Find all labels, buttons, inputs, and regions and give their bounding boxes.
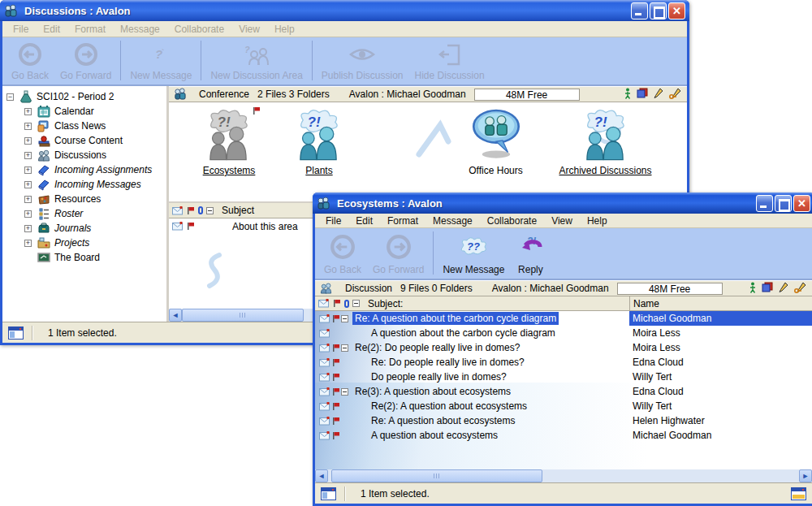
titlebar[interactable]: Ecosystems : Avalon [313, 192, 812, 214]
tree-item[interactable]: + [2, 236, 166, 250]
tree-expander-box[interactable]: + [24, 196, 32, 203]
tree-expander-box[interactable]: + [24, 210, 32, 218]
tree-item[interactable]: The Board [2, 250, 166, 265]
pencil-icon[interactable] [654, 88, 663, 102]
tree-expander-box[interactable]: + [24, 137, 32, 145]
menu-item[interactable]: View [544, 215, 580, 227]
tree-expander-box[interactable]: + [24, 225, 32, 232]
close-button[interactable] [668, 2, 685, 19]
message-row[interactable]: A question about ecosystems Michael Good… [315, 428, 812, 443]
name-column-header[interactable]: Name [629, 296, 812, 310]
maximize-button[interactable] [775, 195, 792, 212]
tree-item[interactable]: + [2, 206, 166, 221]
tree-expander-box[interactable]: + [24, 123, 32, 130]
conference-desktop: ?! Ecosystems [169, 102, 687, 203]
key-pencil-icon[interactable] [669, 88, 682, 102]
menu-item[interactable]: Message [425, 215, 480, 227]
new-message-button[interactable]: ?` New Message [124, 39, 197, 82]
new-message-cloud-icon: ?? [457, 231, 490, 262]
tree-item-label: Journals [54, 223, 91, 234]
tree-item-label: Resources [54, 193, 101, 205]
tree-expander-box[interactable]: − [6, 93, 14, 101]
discussion-people-icon: ? [243, 41, 270, 68]
message-row[interactable]: Re: A question about the carbon cycle di… [315, 311, 812, 326]
message-row[interactable]: Re(3): A question about ecosystems Edna … [315, 384, 812, 399]
menu-item[interactable]: Format [67, 24, 113, 35]
tree-expander-box[interactable]: + [24, 240, 32, 247]
menu-item[interactable]: Collaborate [167, 24, 231, 35]
titlebar[interactable]: Discussions : Avalon [0, 0, 689, 21]
thread-collapse-box[interactable] [341, 388, 348, 396]
message-row[interactable]: Re(2): Do people really live in domes? M… [315, 340, 812, 355]
key-pencil-icon[interactable] [794, 282, 807, 296]
menu-item[interactable]: Format [380, 215, 425, 227]
split-view-icon[interactable] [791, 487, 806, 500]
scrollbar-thumb[interactable] [331, 469, 542, 482]
pencil-icon[interactable] [779, 282, 788, 296]
menu-item[interactable]: File [318, 215, 348, 227]
message-row[interactable]: Re(2): A question about ecosystems Willy… [315, 399, 812, 413]
layers-icon[interactable] [637, 88, 648, 101]
reply-button[interactable]: ?! Reply [510, 230, 551, 276]
window-title: Discussions : Avalon [24, 5, 628, 17]
desktop-item[interactable]: Office Hours [449, 107, 542, 176]
menu-item[interactable]: File [6, 24, 36, 35]
message-row[interactable]: A question about the carbon cycle diagra… [315, 326, 812, 340]
person-status-icon[interactable] [624, 88, 631, 102]
layers-icon[interactable] [762, 282, 773, 295]
menu-item[interactable]: Edit [36, 24, 67, 35]
menu-item[interactable]: Message [113, 24, 167, 35]
toggle-panel-icon[interactable] [8, 327, 24, 339]
message-author: Edna Cloud [629, 384, 812, 399]
menu-item[interactable]: Help [267, 24, 302, 35]
menu-item[interactable]: View [231, 24, 267, 35]
go-back-button[interactable]: Go Back [6, 39, 54, 82]
new-message-button[interactable]: ?? New Message [437, 230, 510, 276]
tree-item[interactable]: + [2, 177, 166, 192]
toggle-panel-icon[interactable] [321, 487, 336, 500]
hide-discussion-button[interactable]: Hide Discussion [409, 39, 490, 82]
go-back-button[interactable]: Go Back [318, 230, 367, 276]
maximize-button[interactable] [650, 2, 667, 19]
horizontal-scrollbar[interactable]: ◄ ► [315, 469, 812, 482]
tree-item[interactable]: + [2, 133, 166, 148]
tree-item[interactable]: + [2, 119, 166, 133]
tree-item[interactable]: + [2, 221, 166, 236]
person-status-icon[interactable] [749, 282, 756, 296]
tree-expander-box[interactable]: + [24, 167, 32, 174]
tree-expander-box[interactable]: + [24, 108, 32, 115]
message-row[interactable]: Do people really live in domes? Willy Te… [315, 370, 812, 384]
scroll-right-arrow[interactable]: ► [799, 469, 812, 482]
go-forward-button[interactable]: Go Forward [54, 39, 117, 82]
tree-expander-box[interactable]: + [24, 152, 32, 159]
svg-text:?!: ?! [217, 114, 230, 130]
scroll-left-arrow[interactable]: ◄ [315, 469, 328, 482]
tree-item[interactable]: + [2, 148, 166, 162]
tree-item[interactable]: + [2, 104, 166, 119]
publish-discussion-button[interactable]: Publish Discussion [316, 39, 409, 82]
tree-expander-box[interactable]: + [24, 181, 32, 188]
new-discussion-area-button[interactable]: ? New Discussion Area [205, 39, 308, 82]
subject-column-header[interactable]: Subject: [315, 296, 629, 310]
close-button[interactable] [793, 195, 810, 212]
tree-item[interactable]: + [2, 192, 166, 206]
desktop-item[interactable]: ?! Archived Discussions [538, 107, 672, 176]
thread-collapse-box[interactable] [341, 344, 348, 352]
thread-collapse-box[interactable] [341, 315, 348, 322]
tree-item[interactable]: + [2, 162, 166, 177]
minimize-button[interactable] [756, 195, 773, 212]
tree-item[interactable]: − [2, 89, 166, 104]
minimize-button[interactable] [631, 2, 648, 19]
message-row[interactable]: Re: A question about ecosystems Helen Hi… [315, 413, 812, 428]
menu-item[interactable]: Collaborate [480, 215, 544, 227]
go-forward-button[interactable]: Go Forward [367, 230, 430, 276]
scroll-left-arrow[interactable]: ◄ [169, 309, 182, 322]
desktop-item[interactable]: ?! Ecosystems [180, 107, 278, 176]
scrollbar-thumb[interactable] [182, 309, 304, 322]
subject-header-label: Subject [222, 205, 254, 216]
menu-item[interactable]: Edit [348, 215, 380, 227]
menu-item[interactable]: Help [580, 215, 615, 227]
message-row[interactable]: Re: Do people really live in domes? Edna… [315, 355, 812, 370]
tree-item-label: Roster [54, 208, 83, 219]
desktop-item[interactable]: ?! Plants [283, 107, 356, 176]
